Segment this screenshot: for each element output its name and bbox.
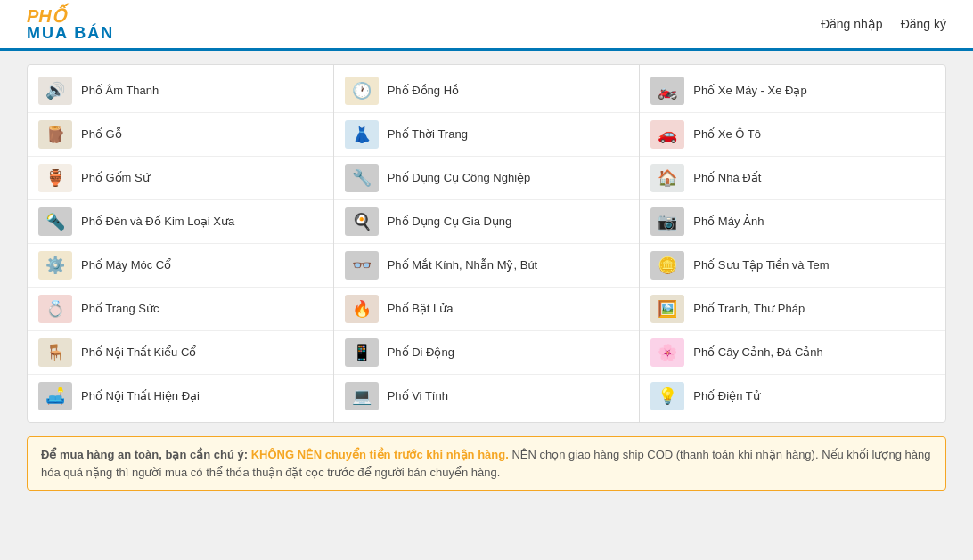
main-content: 🔊Phố Âm Thanh🪵Phố Gỗ🏺Phố Gốm Sứ🔦Phố Đèn … bbox=[0, 51, 973, 504]
logo-pho: PHỐ bbox=[27, 7, 114, 25]
notice-prefix: Để mua hàng an toàn, bạn cần chú ý: bbox=[41, 448, 248, 461]
category-item-tranh-thu-phap[interactable]: 🖼️Phố Tranh, Thư Pháp bbox=[640, 288, 945, 331]
category-item-may-moc-co[interactable]: ⚙️Phố Máy Móc Cổ bbox=[28, 244, 333, 288]
dung-cu-gia-dung-icon: 🍳 bbox=[345, 207, 379, 236]
go-label: Phố Gỗ bbox=[81, 127, 122, 142]
category-item-bat-lua[interactable]: 🔥Phố Bật Lửa bbox=[334, 288, 640, 331]
gom-su-label: Phố Gốm Sứ bbox=[81, 171, 150, 186]
category-item-gom-su[interactable]: 🏺Phố Gốm Sứ bbox=[28, 157, 333, 200]
notice-highlight: KHÔNG NÊN chuyển tiền trước khi nhận hàn… bbox=[251, 448, 509, 461]
noi-that-hien-dai-label: Phố Nội Thất Hiện Đại bbox=[81, 389, 200, 404]
thoi-trang-label: Phố Thời Trang bbox=[388, 127, 468, 142]
mat-kinh-icon: 👓 bbox=[345, 251, 379, 280]
nha-dat-icon: 🏠 bbox=[650, 164, 684, 192]
dong-ho-label: Phố Đồng Hồ bbox=[388, 84, 459, 99]
category-item-dung-cu-cong-nghiep[interactable]: 🔧Phố Dụng Cụ Công Nghiệp bbox=[334, 157, 640, 200]
cay-canh-da-canh-label: Phố Cây Cảnh, Đá Cảnh bbox=[693, 345, 822, 361]
category-item-noi-that-hien-dai[interactable]: 🛋️Phố Nội Thất Hiện Đại bbox=[28, 375, 333, 418]
category-col-col2: 🕐Phố Đồng Hồ👗Phố Thời Trang🔧Phố Dụng Cụ … bbox=[334, 65, 641, 422]
category-item-nha-dat[interactable]: 🏠Phố Nhà Đất bbox=[640, 157, 945, 200]
register-link[interactable]: Đăng ký bbox=[901, 17, 946, 31]
dong-ho-icon: 🕐 bbox=[345, 77, 379, 105]
category-col-col3: 🏍️Phố Xe Máy - Xe Đạp🚗Phố Xe Ô Tô🏠Phố Nh… bbox=[640, 65, 945, 422]
category-item-go[interactable]: 🪵Phố Gỗ bbox=[28, 113, 333, 157]
category-item-xe-o-to[interactable]: 🚗Phố Xe Ô Tô bbox=[640, 113, 945, 157]
category-item-trang-suc[interactable]: 💍Phố Trang Sức bbox=[28, 288, 333, 331]
category-item-may-anh[interactable]: 📷Phố Máy Ảnh bbox=[640, 200, 945, 244]
dien-tu-icon: 💡 bbox=[650, 382, 684, 410]
trang-suc-icon: 💍 bbox=[38, 295, 72, 323]
am-thanh-icon: 🔊 bbox=[38, 77, 72, 105]
xe-o-to-icon: 🚗 bbox=[650, 120, 684, 149]
xe-may-xe-dap-label: Phố Xe Máy - Xe Đạp bbox=[693, 84, 806, 99]
dung-cu-cong-nghiep-icon: 🔧 bbox=[345, 164, 379, 192]
vi-tinh-label: Phố Vi Tính bbox=[388, 389, 448, 404]
den-do-kim-icon: 🔦 bbox=[38, 207, 72, 236]
dung-cu-cong-nghiep-label: Phố Dụng Cụ Công Nghiệp bbox=[388, 171, 531, 186]
logo: PHỐ MUA BÁN bbox=[27, 7, 114, 41]
category-item-xe-may-xe-dap[interactable]: 🏍️Phố Xe Máy - Xe Đạp bbox=[640, 69, 945, 113]
header-nav: Đăng nhập Đăng ký bbox=[821, 17, 946, 31]
gom-su-icon: 🏺 bbox=[38, 164, 72, 192]
dung-cu-gia-dung-label: Phố Dụng Cụ Gia Dụng bbox=[388, 215, 512, 230]
category-item-dung-cu-gia-dung[interactable]: 🍳Phố Dụng Cụ Gia Dụng bbox=[334, 200, 640, 244]
xe-o-to-label: Phố Xe Ô Tô bbox=[693, 127, 761, 142]
nha-dat-label: Phố Nhà Đất bbox=[693, 171, 761, 186]
category-item-dong-ho[interactable]: 🕐Phố Đồng Hồ bbox=[334, 69, 640, 113]
header: PHỐ MUA BÁN Đăng nhập Đăng ký bbox=[0, 0, 973, 51]
may-moc-co-label: Phố Máy Móc Cổ bbox=[81, 258, 171, 273]
trang-suc-label: Phố Trang Sức bbox=[81, 302, 159, 317]
category-item-noi-that-kieu-co[interactable]: 🪑Phố Nội Thất Kiểu Cổ bbox=[28, 331, 333, 375]
category-item-dien-tu[interactable]: 💡Phố Điện Tử bbox=[640, 375, 945, 418]
category-item-suu-tap-tien-tem[interactable]: 🪙Phố Sưu Tập Tiền và Tem bbox=[640, 244, 945, 288]
vi-tinh-icon: 💻 bbox=[345, 382, 379, 410]
den-do-kim-label: Phố Đèn và Đồ Kim Loại Xưa bbox=[81, 215, 234, 230]
suu-tap-tien-tem-icon: 🪙 bbox=[650, 251, 684, 280]
thoi-trang-icon: 👗 bbox=[345, 120, 379, 149]
cay-canh-da-canh-icon: 🌸 bbox=[650, 338, 684, 367]
tranh-thu-phap-label: Phố Tranh, Thư Pháp bbox=[693, 302, 805, 317]
noi-that-kieu-co-label: Phố Nội Thất Kiểu Cổ bbox=[81, 345, 196, 361]
category-col-col1: 🔊Phố Âm Thanh🪵Phố Gỗ🏺Phố Gốm Sứ🔦Phố Đèn … bbox=[28, 65, 334, 422]
go-icon: 🪵 bbox=[38, 120, 72, 149]
bat-lua-icon: 🔥 bbox=[345, 295, 379, 323]
di-dong-label: Phố Di Động bbox=[388, 345, 454, 361]
mat-kinh-label: Phố Mắt Kính, Nhẫn Mỹ, Bút bbox=[388, 258, 538, 273]
notice-bar: Để mua hàng an toàn, bạn cần chú ý: KHÔN… bbox=[27, 436, 946, 491]
suu-tap-tien-tem-label: Phố Sưu Tập Tiền và Tem bbox=[693, 258, 829, 273]
category-item-thoi-trang[interactable]: 👗Phố Thời Trang bbox=[334, 113, 640, 157]
bat-lua-label: Phố Bật Lửa bbox=[388, 302, 454, 317]
category-item-am-thanh[interactable]: 🔊Phố Âm Thanh bbox=[28, 69, 333, 113]
dien-tu-label: Phố Điện Tử bbox=[693, 389, 759, 404]
category-item-vi-tinh[interactable]: 💻Phố Vi Tính bbox=[334, 375, 640, 418]
noi-that-kieu-co-icon: 🪑 bbox=[38, 338, 72, 367]
category-item-mat-kinh[interactable]: 👓Phố Mắt Kính, Nhẫn Mỹ, Bút bbox=[334, 244, 640, 288]
login-link[interactable]: Đăng nhập bbox=[821, 17, 883, 31]
category-item-den-do-kim[interactable]: 🔦Phố Đèn và Đồ Kim Loại Xưa bbox=[28, 200, 333, 244]
xe-may-xe-dap-icon: 🏍️ bbox=[650, 77, 684, 105]
may-moc-co-icon: ⚙️ bbox=[38, 251, 72, 280]
may-anh-label: Phố Máy Ảnh bbox=[693, 215, 764, 230]
di-dong-icon: 📱 bbox=[345, 338, 379, 367]
am-thanh-label: Phố Âm Thanh bbox=[81, 84, 159, 99]
tranh-thu-phap-icon: 🖼️ bbox=[650, 295, 684, 323]
category-item-di-dong[interactable]: 📱Phố Di Động bbox=[334, 331, 640, 375]
noi-that-hien-dai-icon: 🛋️ bbox=[38, 382, 72, 410]
may-anh-icon: 📷 bbox=[650, 207, 684, 236]
category-item-cay-canh-da-canh[interactable]: 🌸Phố Cây Cảnh, Đá Cảnh bbox=[640, 331, 945, 375]
logo-muaban: MUA BÁN bbox=[27, 25, 114, 41]
category-container: 🔊Phố Âm Thanh🪵Phố Gỗ🏺Phố Gốm Sứ🔦Phố Đèn … bbox=[27, 64, 946, 423]
